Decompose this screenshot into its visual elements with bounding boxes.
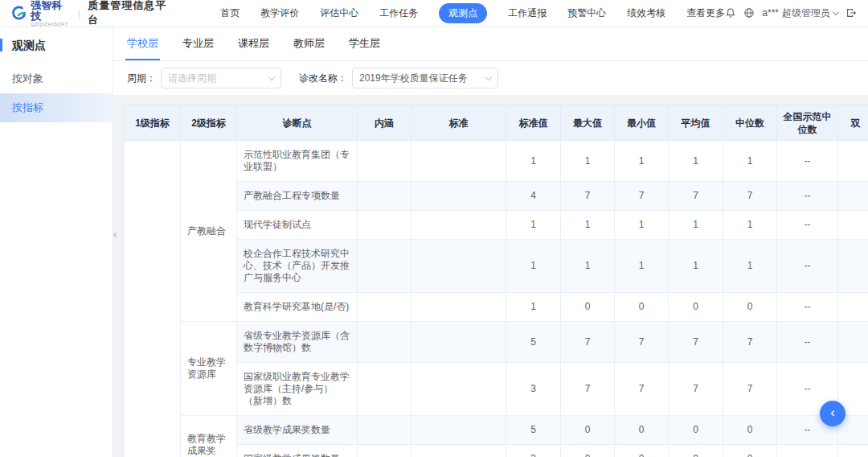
column-header-3: 内涵 <box>358 105 411 141</box>
nav-item-performance-assessment[interactable]: 绩效考核 <box>627 6 665 20</box>
connotation-cell <box>358 240 411 293</box>
indicator-table-card: 1级指标2级指标诊断点内涵标准标准值最大值最小值平均值中位数全国示范中位数双 产… <box>124 105 868 457</box>
tab-course-layer[interactable]: 课程层 <box>238 36 269 60</box>
brand-subtitle: QZQIZHISOFT <box>31 22 71 27</box>
value-cell-4: 1 <box>723 211 777 240</box>
value-cell-0: 4 <box>506 182 561 211</box>
nav-item-warning-center[interactable]: 预警中心 <box>567 6 606 20</box>
globe-icon[interactable] <box>743 7 755 19</box>
diagnostic-point-cell: 校企合作工程技术研究中心、技术（产品）开发推广与服务中心 <box>237 240 358 293</box>
tab-major-layer[interactable]: 专业层 <box>182 36 214 60</box>
value-cell-2: 7 <box>615 363 669 416</box>
nav-item-observation-points[interactable]: 观测点 <box>439 3 487 23</box>
column-header-6: 最大值 <box>561 105 615 141</box>
column-header-0: 1级指标 <box>125 105 181 141</box>
logo-icon <box>11 5 27 21</box>
value-cell-4: 7 <box>723 363 777 416</box>
diagnostic-point-cell: 国家级职业教育专业教学资源库（主持/参与）（新增）数 <box>237 363 358 416</box>
column-header-11: 双 <box>838 105 868 141</box>
platform-title: 质量管理信息平台 <box>88 0 174 27</box>
value-cell-2: 0 <box>615 416 669 445</box>
connotation-cell <box>358 445 411 457</box>
value-cell-1: 0 <box>561 445 615 457</box>
value-cell-6 <box>838 141 868 182</box>
value-cell-1: 1 <box>561 211 615 240</box>
connotation-cell <box>358 293 411 322</box>
sidebar-item-by-object[interactable]: 按对象 <box>0 64 112 93</box>
value-cell-2: 1 <box>615 240 669 293</box>
nav-item-see-more[interactable]: 查看更多 <box>686 6 725 20</box>
value-cell-4: 7 <box>723 182 777 211</box>
main-content: 学校层 专业层 课程层 教师层 学生层 周期： 请选择周期 诊改名称： 2019… <box>113 26 868 457</box>
collapse-panel-button[interactable]: ‹ <box>820 401 845 426</box>
bell-icon[interactable] <box>725 7 736 19</box>
nav-item-work-bulletin[interactable]: 工作通报 <box>508 6 547 20</box>
sidebar-item-by-indicator[interactable]: 按指标 <box>0 93 112 122</box>
top-navbar: 强智科技 QZQIZHISOFT | 质量管理信息平台 首页 教学评价 评估中心… <box>0 0 868 26</box>
sidebar-title: 观测点 <box>0 39 112 51</box>
sidebar-collapse-handle[interactable]: ‹ <box>113 228 117 240</box>
standard-cell <box>411 240 506 293</box>
diagnosis-name-select[interactable]: 2019年学校质量保证任务 <box>352 68 498 89</box>
value-cell-0: 1 <box>506 240 561 293</box>
level1-indicator-cell <box>125 141 181 457</box>
chevron-down-icon <box>268 73 275 80</box>
nav-item-work-tasks[interactable]: 工作任务 <box>379 6 418 20</box>
user-menu[interactable]: a*** 超级管理员 <box>762 6 838 20</box>
column-header-10: 全国示范中位数 <box>777 105 838 141</box>
standard-cell <box>411 211 506 240</box>
value-cell-5: -- <box>777 141 838 182</box>
value-cell-6 <box>838 322 868 363</box>
tab-student-layer[interactable]: 学生层 <box>349 36 380 60</box>
value-cell-4: 1 <box>723 240 777 293</box>
tab-teacher-layer[interactable]: 教师层 <box>293 36 325 60</box>
standard-cell <box>411 322 506 363</box>
value-cell-2: 1 <box>615 141 669 182</box>
table-row: 专业教学资源库省级专业教学资源库（含数字博物馆）数57777-- <box>125 322 868 363</box>
period-placeholder: 请选择周期 <box>168 72 216 85</box>
standard-cell <box>411 141 506 182</box>
connotation-cell <box>358 416 411 445</box>
level2-indicator-cell: 产教融合 <box>181 141 237 322</box>
tab-school-layer[interactable]: 学校层 <box>127 36 158 60</box>
value-cell-6 <box>838 240 868 293</box>
value-cell-2: 7 <box>615 322 669 363</box>
table-row: 教育教学成果奖省级教学成果奖数量50000-- <box>125 416 868 445</box>
value-cell-3: 1 <box>669 211 723 240</box>
column-header-7: 最小值 <box>615 105 669 141</box>
connotation-cell <box>358 363 411 416</box>
value-cell-0: 1 <box>506 211 561 240</box>
value-cell-5: -- <box>777 182 838 211</box>
value-cell-3: 1 <box>669 240 723 293</box>
column-header-2: 诊断点 <box>237 105 358 141</box>
nav-item-assessment-center[interactable]: 评估中心 <box>320 6 358 20</box>
value-cell-6 <box>838 445 868 457</box>
nav-item-teaching-evaluation[interactable]: 教学评价 <box>260 6 299 20</box>
period-select[interactable]: 请选择周期 <box>161 68 281 89</box>
brand-divider: | <box>78 7 80 19</box>
exit-icon[interactable] <box>845 7 857 19</box>
navbar-right: a*** 超级管理员 <box>725 6 857 20</box>
connotation-cell <box>358 322 411 363</box>
brand: 强智科技 QZQIZHISOFT | 质量管理信息平台 <box>11 0 174 27</box>
column-header-9: 中位数 <box>723 105 777 141</box>
value-cell-6 <box>838 211 868 240</box>
table-header-row: 1级指标2级指标诊断点内涵标准标准值最大值最小值平均值中位数全国示范中位数双 <box>125 105 868 141</box>
diagnosis-name-label: 诊改名称： <box>299 72 347 85</box>
value-cell-6 <box>838 182 868 211</box>
standard-cell <box>411 416 506 445</box>
nav-item-home[interactable]: 首页 <box>220 6 240 20</box>
value-cell-0: 5 <box>506 416 561 445</box>
layer-tabs: 学校层 专业层 课程层 教师层 学生层 <box>113 26 868 61</box>
column-header-8: 平均值 <box>669 105 723 141</box>
sidebar: 观测点 按对象 按指标 <box>0 26 113 457</box>
standard-cell <box>411 293 506 322</box>
diagnostic-point-cell: 现代学徒制试点 <box>237 211 358 240</box>
value-cell-1: 7 <box>561 322 615 363</box>
value-cell-1: 1 <box>561 141 615 182</box>
level2-indicator-cell: 专业教学资源库 <box>181 322 237 416</box>
value-cell-5: -- <box>777 211 838 240</box>
value-cell-5: -- <box>777 322 838 363</box>
value-cell-1: 7 <box>561 182 615 211</box>
value-cell-1: 7 <box>561 363 615 416</box>
